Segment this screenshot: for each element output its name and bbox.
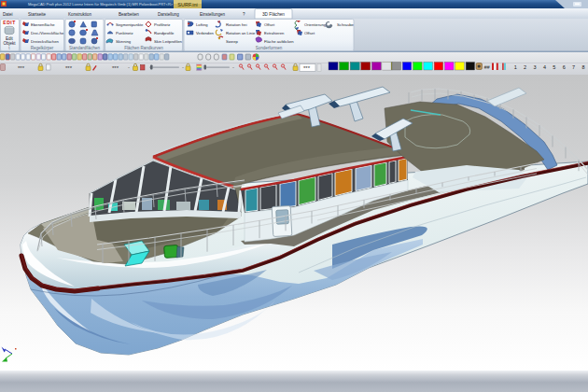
svg-text:Sonderformen: Sonderformen [256,46,283,50]
svg-text:1: 1 [514,64,517,70]
svg-text:3: 3 [534,64,537,70]
svg-text:Einstellungen: Einstellungen [200,12,226,17]
svg-text:MegaCAD Profi plus 2012 Lize: MegaCAD Profi plus 2012 Lizenz Intern fü… [28,2,174,7]
svg-text:-: - [182,64,184,70]
svg-text:Randprofile: Randprofile [154,31,175,35]
svg-text:Verbinden: Verbinden [196,31,215,35]
svg-text:5: 5 [553,64,555,70]
svg-text:8: 8 [582,64,585,70]
svg-text:6: 6 [563,64,566,70]
svg-text:EDIT: EDIT [3,20,15,25]
svg-text:Offset: Offset [264,22,275,27]
svg-text:4: 4 [543,64,546,70]
svg-text:Extrahieren: Extrahieren [264,31,285,35]
svg-text:Startseite: Startseite [28,12,47,17]
svg-text:Objekt: Objekt [3,41,16,46]
svg-text:-: - [232,64,234,70]
svg-text:Drei-/Viereckfläche: Drei-/Viereckfläche [31,31,64,35]
svg-text:Skin Leitprofilen: Skin Leitprofilen [154,39,182,44]
svg-text:Bearbeiten: Bearbeiten [119,12,139,17]
svg-text:Regelkörper: Regelkörper [31,46,54,50]
svg-text:Fläche aufdicken: Fläche aufdicken [264,39,294,44]
svg-text:Lofting: Lofting [196,22,208,27]
svg-text:Segmentpunkte: Segmentpunkte [116,22,144,27]
svg-text:Orientierung: Orientierung [304,22,327,27]
svg-text:Punktnetz: Punktnetz [116,31,133,35]
svg-text:***: *** [18,65,25,71]
svg-text:Rotation frei: Rotation frei [226,22,247,27]
svg-text:SURF.ini: SURF.ini [177,2,197,7]
svg-text:Datei: Datei [3,12,13,17]
svg-text:Standardflächen: Standardflächen [69,46,100,50]
svg-text:Profilnetz: Profilnetz [154,22,170,27]
svg-text:Flächen Randkurven: Flächen Randkurven [124,46,163,50]
svg-text:Schraube: Schraube [337,22,355,27]
svg-text:2: 2 [524,64,526,70]
svg-text:Skinning: Skinning [116,39,132,44]
svg-text:***: *** [112,65,119,71]
svg-text:Konstruktion: Konstruktion [68,12,92,17]
svg-text:3D Flächen: 3D Flächen [262,12,285,17]
svg-text:Rotation an Linie: Rotation an Linie [226,31,256,35]
svg-text:7: 7 [572,64,575,70]
svg-text:***: *** [303,65,311,71]
svg-text:Sweep: Sweep [226,39,238,44]
svg-text:Ebenenfläche: Ebenenfläche [31,22,55,27]
svg-text:Offset: Offset [304,31,315,35]
svg-text:Dreiecksflächen: Dreiecksflächen [31,39,59,44]
svg-text:-: - [128,64,130,70]
svg-text:***: *** [65,65,73,71]
svg-text:##: ## [484,64,491,70]
svg-text:Darstellung: Darstellung [158,12,179,17]
